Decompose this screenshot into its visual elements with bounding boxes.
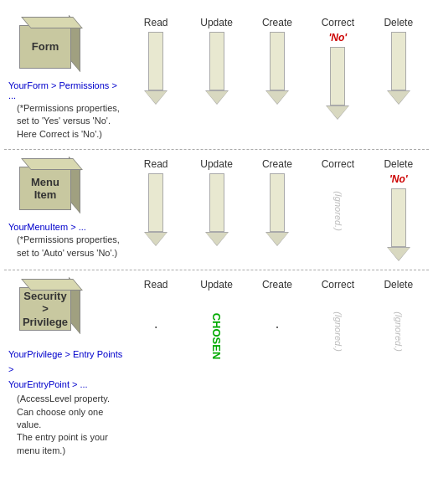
col-delete: Delete <box>377 279 420 291</box>
arrow-shaft <box>391 188 406 247</box>
security-privilege-cube: Security>Privilege <box>13 279 80 337</box>
menu-create-arrow <box>265 173 289 246</box>
security-link2[interactable]: YourEntryPoint > ... <box>8 379 88 389</box>
form-create-arrow <box>265 32 289 105</box>
sec-create-dot: · <box>275 319 279 334</box>
security-privilege-section: Security>Privilege YourPrivilege > Entry… <box>4 270 429 465</box>
menu-item-right-col: Read Update Create Correct Delete <box>126 158 429 261</box>
arrow-shaft <box>209 32 224 90</box>
sec-update-cell: CHOSEN <box>195 294 239 369</box>
menu-read-arrow <box>144 173 168 246</box>
col-read: Read <box>134 279 178 291</box>
form-desc: (*Permissions properties, set to 'Yes' v… <box>8 102 120 141</box>
cube-front: Security>Privilege <box>19 287 71 331</box>
security-privilege-right-col: Read Update Create Correct Delete · CHOS… <box>126 279 429 369</box>
arrow-shaft <box>270 173 285 232</box>
sec-create-cell: · <box>255 294 299 369</box>
col-correct: Correct <box>316 158 359 170</box>
main-container: Form YourForm > Permissions > ... (*Perm… <box>0 0 433 474</box>
arrow-shaft <box>148 32 163 90</box>
arrow-shaft <box>391 32 406 90</box>
sec-read-cell: · <box>134 294 178 369</box>
form-delete-cell <box>377 32 420 107</box>
security-privilege-arrows-row: · CHOSEN · (Ignored.) (Ignor <box>126 294 429 369</box>
sec-delete-cell: (Ignored.) <box>377 294 420 369</box>
form-create-cell <box>255 32 299 107</box>
security-privilege-desc: (AccessLevel property. Can choose only o… <box>8 393 126 457</box>
cube-label: Security>Privilege <box>23 290 68 329</box>
col-read: Read <box>134 158 178 170</box>
arrow-shaft <box>330 47 345 105</box>
menu-create-cell <box>255 173 299 249</box>
form-arrows-row: 'No' <box>126 32 429 120</box>
col-correct: Correct <box>316 279 359 291</box>
form-correct-arrow <box>326 47 349 120</box>
form-correct-cell: 'No' <box>316 32 359 120</box>
cube-top <box>21 158 83 170</box>
form-delete-arrow <box>387 32 410 105</box>
menu-item-left-col: MenuItem YourMenuItem > ... (*Permission… <box>4 158 126 260</box>
cube-label: MenuItem <box>31 176 59 202</box>
form-link[interactable]: YourForm > Permissions > ... <box>8 80 126 100</box>
menu-update-arrow <box>205 173 229 246</box>
menu-delete-no: 'No' <box>389 173 408 185</box>
menu-delete-cell: 'No' <box>377 173 420 261</box>
sec-delete-ignored: (Ignored.) <box>394 311 404 352</box>
form-read-cell <box>134 32 178 107</box>
sec-update-chosen: CHOSEN <box>210 312 223 359</box>
menu-delete-arrow <box>387 188 410 261</box>
arrow-shaft <box>270 32 285 90</box>
form-read-arrow <box>144 32 168 105</box>
menu-correct-ignored: (Ignored.) <box>332 191 343 231</box>
sec-read-dot: · <box>154 319 158 334</box>
form-left-col: Form YourForm > Permissions > ... (*Perm… <box>4 17 126 141</box>
col-update: Update <box>195 17 239 28</box>
menu-item-desc: (*Permissions properties, set to 'Auto' … <box>8 234 120 260</box>
form-update-arrow <box>205 32 229 105</box>
col-create: Create <box>255 279 299 291</box>
menu-item-link[interactable]: YourMenuItem > ... <box>8 222 86 232</box>
menu-read-cell <box>134 173 178 249</box>
col-create: Create <box>255 17 299 28</box>
cube-front: MenuItem <box>19 167 71 210</box>
form-right-col: Read Update Create Correct Delete <box>126 17 429 120</box>
cube-label: Form <box>32 40 59 54</box>
form-col-headers: Read Update Create Correct Delete <box>126 17 429 28</box>
col-read: Read <box>134 17 178 28</box>
cube-top <box>21 17 83 28</box>
sec-correct-cell: (Ignored.) <box>316 294 359 369</box>
menu-update-cell <box>195 173 239 249</box>
menu-item-cube: MenuItem <box>13 158 80 217</box>
cube-top <box>21 279 83 291</box>
security-privilege-col-headers: Read Update Create Correct Delete <box>126 279 429 291</box>
menu-item-col-headers: Read Update Create Correct Delete <box>126 158 429 170</box>
col-update: Update <box>195 158 239 170</box>
form-update-cell <box>195 32 239 107</box>
form-cube: Form <box>13 17 80 75</box>
cube-front: Form <box>19 25 71 69</box>
menu-correct-cell: (Ignored.) <box>316 173 359 249</box>
arrow-shaft <box>209 173 224 232</box>
col-create: Create <box>255 158 299 170</box>
menu-item-section: MenuItem YourMenuItem > ... (*Permission… <box>4 150 429 270</box>
form-section: Form YourForm > Permissions > ... (*Perm… <box>4 8 429 150</box>
col-delete: Delete <box>377 17 420 28</box>
col-correct: Correct <box>316 17 359 28</box>
menu-item-arrows-row: (Ignored.) 'No' <box>126 173 429 261</box>
sec-correct-ignored: (Ignored.) <box>332 311 343 352</box>
col-delete: Delete <box>377 158 420 170</box>
security-link1[interactable]: YourPrivilege > Entry Points > <box>8 349 122 374</box>
col-update: Update <box>195 279 239 291</box>
arrow-shaft <box>148 173 163 232</box>
form-correct-no: 'No' <box>329 32 348 44</box>
security-privilege-left-col: Security>Privilege YourPrivilege > Entry… <box>4 279 126 457</box>
